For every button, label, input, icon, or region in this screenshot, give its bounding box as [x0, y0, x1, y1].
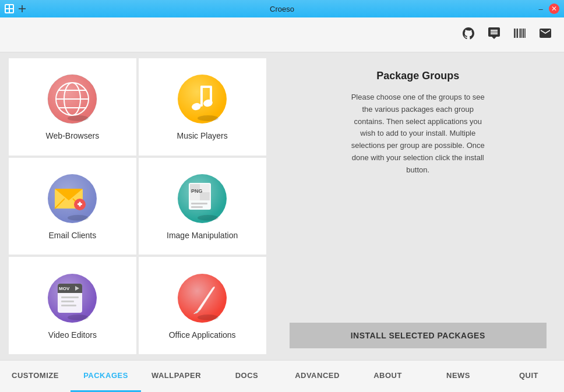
office-applications-label: Office Applications: [169, 330, 236, 340]
svg-point-45: [198, 215, 218, 221]
svg-rect-13: [525, 29, 526, 38]
svg-point-28: [198, 115, 218, 121]
github-icon[interactable]: [461, 26, 475, 44]
svg-rect-44: [191, 206, 203, 208]
panel-content: Package Groups Please choose one of the …: [348, 70, 488, 176]
svg-rect-27: [210, 86, 212, 103]
office-applications-icon: [176, 272, 228, 324]
email-clients-label: Email Clients: [49, 231, 97, 240]
package-card-music-players[interactable]: Music Players: [139, 58, 266, 156]
app-icon: [5, 4, 14, 13]
music-players-icon: [176, 73, 228, 125]
svg-rect-7: [516, 29, 516, 38]
svg-rect-0: [6, 5, 9, 8]
svg-text:MOV: MOV: [59, 286, 70, 291]
package-card-web-browsers[interactable]: Web-Browsers: [9, 58, 136, 156]
package-card-email-clients[interactable]: Email Clients: [9, 158, 136, 255]
install-selected-button[interactable]: INSTALL SELECTED PACKAGES: [290, 323, 547, 348]
svg-rect-12: [523, 29, 524, 38]
svg-rect-6: [514, 29, 515, 38]
music-players-label: Music Players: [177, 131, 228, 140]
panel-description: Please choose one of the groups to see t…: [348, 91, 488, 176]
main-content: Web-Browsers: [0, 52, 564, 360]
svg-point-57: [198, 315, 218, 320]
svg-rect-2: [6, 9, 9, 12]
panel-title: Package Groups: [348, 70, 488, 82]
video-editors-label: Video Editors: [48, 330, 97, 340]
svg-rect-52: [61, 296, 79, 298]
svg-point-21: [68, 115, 89, 121]
chat-icon[interactable]: [487, 26, 501, 44]
svg-point-55: [68, 315, 89, 320]
svg-rect-35: [79, 202, 81, 206]
svg-rect-10: [520, 29, 521, 38]
nav-packages[interactable]: PACKAGES: [70, 361, 141, 392]
titlebar-controls: – ✕: [535, 3, 559, 15]
svg-rect-9: [519, 29, 520, 38]
icon-bar: [0, 17, 564, 52]
nav-wallpaper[interactable]: WALLPAPER: [141, 361, 211, 392]
svg-rect-11: [522, 29, 523, 38]
svg-rect-43: [191, 203, 207, 204]
email-clients-icon: [46, 172, 98, 225]
svg-rect-8: [517, 29, 518, 38]
web-browsers-label: Web-Browsers: [46, 131, 100, 140]
package-card-office-applications[interactable]: Office Applications: [139, 257, 266, 354]
video-editors-icon: MOV: [46, 272, 98, 324]
svg-rect-54: [61, 305, 76, 306]
bottom-nav: CUSTOMIZE PACKAGES WALLPAPER DOCS ADVANC…: [0, 360, 564, 392]
svg-rect-26: [200, 86, 211, 88]
package-grid: Web-Browsers: [0, 52, 272, 360]
close-button[interactable]: ✕: [549, 3, 559, 14]
titlebar-title: Croeso: [270, 5, 294, 13]
svg-rect-1: [10, 5, 13, 8]
right-panel: Package Groups Please choose one of the …: [272, 52, 565, 360]
barcode-icon[interactable]: [513, 26, 527, 44]
nav-news[interactable]: NEWS: [423, 361, 493, 392]
svg-rect-3: [10, 9, 13, 12]
package-card-image-manipulation[interactable]: PNG Image Manipulation: [139, 158, 266, 255]
nav-docs[interactable]: DOCS: [211, 361, 282, 392]
nav-customize[interactable]: CUSTOMIZE: [0, 361, 70, 392]
pin-icon: [17, 4, 27, 13]
nav-quit[interactable]: QUIT: [493, 361, 564, 392]
email-icon[interactable]: [538, 26, 552, 44]
web-browsers-icon: [46, 73, 98, 125]
svg-rect-25: [200, 86, 203, 107]
svg-rect-53: [61, 301, 74, 302]
nav-advanced[interactable]: ADVANCED: [282, 361, 352, 392]
minimize-button[interactable]: –: [535, 3, 547, 15]
svg-text:PNG: PNG: [191, 188, 203, 194]
package-card-video-editors[interactable]: MOV Video Editors: [9, 257, 136, 354]
image-manipulation-label: Image Manipulation: [167, 231, 238, 240]
nav-about[interactable]: ABOUT: [352, 361, 423, 392]
image-manipulation-icon: PNG: [176, 172, 228, 225]
svg-point-36: [68, 215, 89, 221]
titlebar-left: [5, 4, 27, 13]
titlebar: Croeso – ✕: [0, 0, 564, 17]
